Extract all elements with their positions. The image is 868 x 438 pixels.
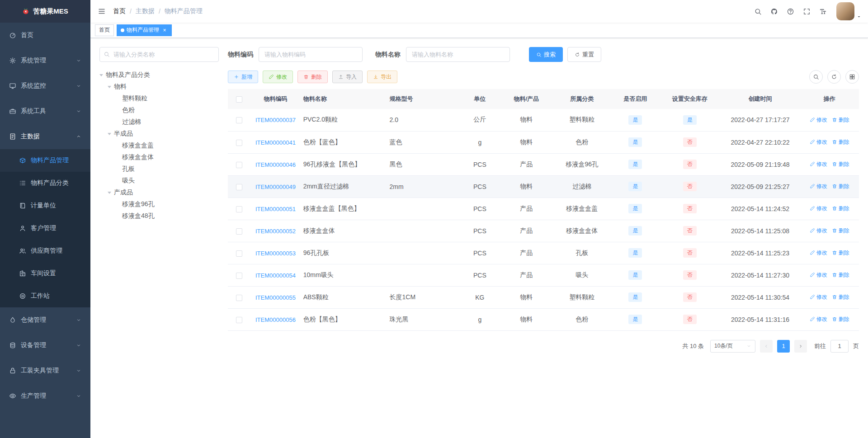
sidebar-item-home[interactable]: 首页 — [0, 23, 90, 48]
tree-caret-icon[interactable] — [108, 86, 111, 90]
item-code-link[interactable]: ITEM00000052 — [255, 228, 296, 235]
item-code-link[interactable]: ITEM00000055 — [255, 294, 296, 301]
safety-stock-tag[interactable]: 否 — [683, 270, 697, 280]
tree-node[interactable]: 孔板 — [99, 163, 219, 175]
header-search-button[interactable] — [750, 0, 766, 23]
toggle-search-button[interactable] — [809, 70, 823, 84]
sidebar-subitem-unit[interactable]: 计量单位 — [0, 194, 90, 217]
row-delete-link[interactable]: 删除 — [832, 249, 849, 257]
app-logo[interactable]: 苦糖果MES — [0, 0, 90, 23]
tree-node[interactable]: 物料 — [99, 81, 219, 93]
safety-stock-tag[interactable]: 否 — [683, 160, 697, 169]
breadcrumb-item[interactable]: 首页 — [113, 7, 126, 15]
row-edit-link[interactable]: 修改 — [810, 205, 827, 212]
safety-stock-tag[interactable]: 是 — [683, 115, 697, 125]
row-checkbox[interactable] — [236, 273, 242, 279]
sidebar-item-monitoring[interactable]: 系统监控 — [0, 73, 90, 99]
search-button[interactable]: 搜索 — [529, 47, 563, 62]
safety-stock-tag[interactable]: 否 — [683, 226, 697, 235]
row-edit-link[interactable]: 修改 — [810, 316, 827, 323]
item-code-link[interactable]: ITEM00000051 — [255, 206, 296, 212]
tree-node[interactable]: 移液盒96孔 — [99, 198, 219, 210]
item-code-link[interactable]: ITEM00000054 — [255, 272, 296, 279]
row-delete-link[interactable]: 删除 — [832, 160, 849, 168]
refresh-table-button[interactable] — [827, 70, 841, 84]
sidebar-subitem-supplier[interactable]: 供应商管理 — [0, 240, 90, 262]
github-button[interactable] — [766, 0, 782, 23]
tree-node[interactable]: 移液盒48孔 — [99, 210, 219, 222]
enabled-tag[interactable]: 是 — [628, 204, 642, 213]
name-filter-input[interactable] — [406, 47, 510, 62]
export-button[interactable]: 导出 — [367, 71, 397, 83]
goto-page-input[interactable] — [830, 340, 849, 353]
row-edit-link[interactable]: 修改 — [810, 271, 827, 279]
font-size-button[interactable] — [815, 0, 831, 23]
category-search-input[interactable] — [99, 47, 219, 62]
tree-node[interactable]: 色粉 — [99, 104, 219, 116]
sidebar-item-fixture[interactable]: 工装夹具管理 — [0, 358, 90, 383]
row-checkbox[interactable] — [236, 140, 242, 146]
item-code-link[interactable]: ITEM00000037 — [255, 117, 296, 123]
tree-caret-icon[interactable] — [108, 133, 111, 137]
sidebar-subitem-item-category[interactable]: 物料产品分类 — [0, 172, 90, 194]
safety-stock-tag[interactable]: 否 — [683, 137, 697, 147]
row-checkbox[interactable] — [236, 206, 242, 212]
sidebar-item-masterdata[interactable]: 主数据 — [0, 124, 90, 149]
code-filter-input[interactable] — [259, 47, 363, 62]
tree-node[interactable]: 吸头 — [99, 175, 219, 187]
sidebar-subitem-workstation[interactable]: 工作站 — [0, 285, 90, 307]
sidebar-toggle-button[interactable] — [90, 0, 113, 23]
row-delete-link[interactable]: 删除 — [832, 138, 849, 146]
sidebar-item-system[interactable]: 系统管理 — [0, 48, 90, 73]
tab-close-icon[interactable]: × — [161, 27, 168, 33]
enabled-tag[interactable]: 是 — [628, 160, 642, 169]
item-code-link[interactable]: ITEM00000056 — [255, 316, 296, 323]
tree-node[interactable]: 过滤棉 — [99, 116, 219, 128]
enabled-tag[interactable]: 是 — [628, 226, 642, 235]
row-checkbox[interactable] — [236, 317, 242, 323]
page-number-button[interactable]: 1 — [777, 340, 790, 353]
item-code-link[interactable]: ITEM00000053 — [255, 250, 296, 257]
row-delete-link[interactable]: 删除 — [832, 205, 849, 212]
sidebar-item-tools[interactable]: 系统工具 — [0, 99, 90, 124]
tree-node[interactable]: 移液盒盒体 — [99, 151, 219, 163]
row-delete-link[interactable]: 删除 — [832, 316, 849, 323]
prev-page-button[interactable] — [760, 340, 773, 353]
safety-stock-tag[interactable]: 否 — [683, 292, 697, 302]
tree-node[interactable]: 半成品 — [99, 128, 219, 140]
tree-node[interactable]: 移液盒盒盖 — [99, 140, 219, 151]
tree-node[interactable]: 产成品 — [99, 187, 219, 198]
help-button[interactable] — [782, 0, 798, 23]
row-edit-link[interactable]: 修改 — [810, 227, 827, 235]
row-delete-link[interactable]: 删除 — [832, 293, 849, 301]
tree-caret-icon[interactable] — [99, 74, 103, 78]
tab-1[interactable]: 物料产品管理× — [117, 24, 172, 36]
row-edit-link[interactable]: 修改 — [810, 249, 827, 257]
row-delete-link[interactable]: 删除 — [832, 227, 849, 235]
enabled-tag[interactable]: 是 — [628, 182, 642, 191]
enabled-tag[interactable]: 是 — [628, 137, 642, 147]
fullscreen-button[interactable] — [798, 0, 815, 23]
row-edit-link[interactable]: 修改 — [810, 293, 827, 301]
row-checkbox[interactable] — [236, 117, 242, 123]
sidebar-item-warehouse[interactable]: 仓储管理 — [0, 307, 90, 333]
sidebar-subitem-workshop[interactable]: 车间设置 — [0, 262, 90, 285]
enabled-tag[interactable]: 是 — [628, 292, 642, 302]
row-edit-link[interactable]: 修改 — [810, 160, 827, 168]
sidebar-item-equipment[interactable]: 设备管理 — [0, 333, 90, 358]
row-delete-link[interactable]: 删除 — [832, 116, 849, 124]
item-code-link[interactable]: ITEM00000041 — [255, 139, 296, 146]
column-settings-button[interactable] — [845, 70, 859, 84]
item-code-link[interactable]: ITEM00000046 — [255, 161, 296, 168]
row-checkbox[interactable] — [236, 184, 242, 190]
tree-node[interactable]: 物料及产品分类 — [99, 69, 219, 81]
safety-stock-tag[interactable]: 否 — [683, 248, 697, 258]
item-code-link[interactable]: ITEM00000049 — [255, 184, 296, 190]
reset-button[interactable]: 重置 — [567, 47, 601, 62]
page-size-select[interactable]: 10条/页 — [710, 340, 755, 353]
row-checkbox[interactable] — [236, 295, 242, 301]
sidebar-subitem-item-manage[interactable]: 物料产品管理 — [0, 149, 90, 172]
sidebar-subitem-customer[interactable]: 客户管理 — [0, 217, 90, 240]
edit-button[interactable]: 修改 — [263, 71, 293, 83]
row-delete-link[interactable]: 删除 — [832, 271, 849, 279]
